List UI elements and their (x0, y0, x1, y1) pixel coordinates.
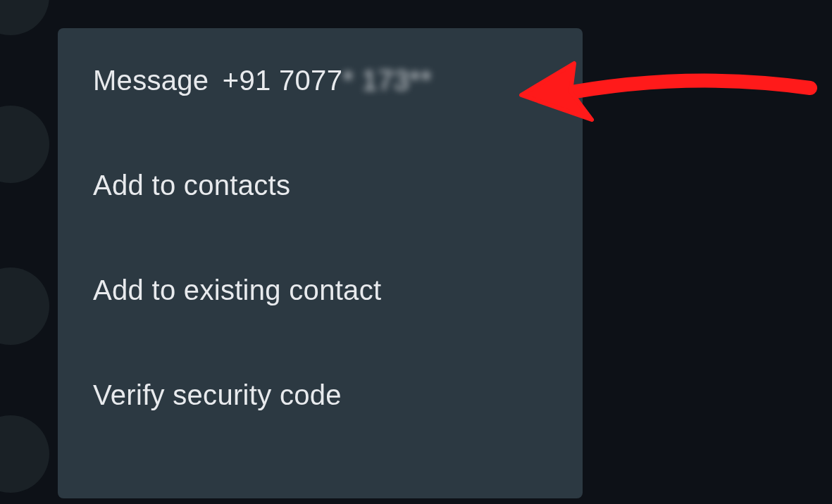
phone-number: +91 7077* 173** (223, 65, 432, 96)
avatar-circle (0, 267, 49, 345)
menu-item-label: Add to existing contact (93, 275, 381, 306)
menu-item-label: Add to contacts (93, 170, 290, 201)
menu-item-verify-security-code[interactable]: Verify security code (58, 343, 583, 448)
context-menu-panel: Message +91 7077* 173** Add to contacts … (58, 28, 583, 498)
menu-item-add-to-existing-contact[interactable]: Add to existing contact (58, 238, 583, 343)
menu-item-add-to-contacts[interactable]: Add to contacts (58, 133, 583, 238)
avatar-circle (0, 0, 49, 35)
avatar-circle (0, 106, 49, 183)
menu-item-message-number[interactable]: Message +91 7077* 173** (58, 28, 583, 133)
menu-item-label: Message +91 7077* 173** (93, 65, 432, 96)
avatar-circle (0, 415, 49, 493)
menu-item-label: Verify security code (93, 379, 342, 411)
